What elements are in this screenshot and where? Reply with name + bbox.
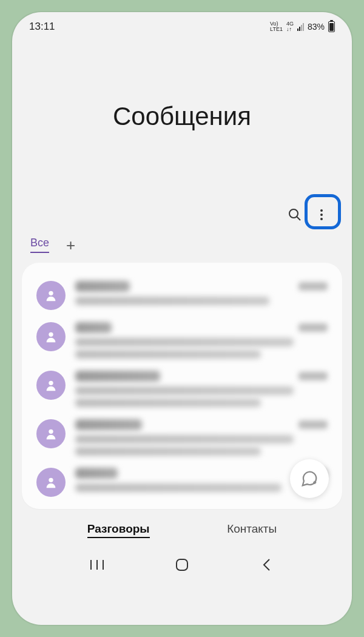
bottom-tabs: Разговоры Контакты — [12, 509, 352, 545]
svg-point-0 — [289, 209, 298, 218]
add-tab-button[interactable]: + — [66, 237, 75, 253]
conversation-row[interactable] — [28, 413, 336, 462]
tab-contacts[interactable]: Контакты — [227, 522, 277, 538]
conversation-body — [75, 419, 289, 456]
volte-indicator: Vo)LTE1 — [270, 21, 283, 32]
back-icon — [262, 558, 272, 571]
avatar — [36, 322, 66, 351]
conversation-preview-blur — [75, 386, 294, 395]
recents-button[interactable] — [87, 558, 107, 572]
battery-icon — [328, 21, 335, 32]
conversation-preview-blur — [75, 484, 281, 492]
svg-rect-15 — [177, 559, 187, 570]
svg-point-7 — [49, 381, 53, 385]
conversation-row[interactable] — [28, 316, 336, 365]
more-vertical-icon — [314, 207, 329, 222]
conversation-title-blur — [75, 468, 118, 479]
conversation-title-blur — [75, 419, 142, 430]
conversation-row[interactable] — [28, 365, 336, 413]
network-indicator: 4G↓↑ — [286, 21, 294, 32]
svg-point-3 — [320, 214, 323, 216]
search-icon — [288, 207, 302, 222]
svg-point-2 — [320, 209, 323, 212]
more-options-button[interactable] — [311, 204, 332, 226]
navigation-bar — [12, 545, 352, 587]
plus-icon: + — [66, 236, 75, 254]
conversation-title-blur — [75, 371, 160, 382]
status-bar: 13:11 Vo)LTE1 4G↓↑ 83% — [12, 12, 352, 35]
avatar — [36, 371, 66, 400]
new-message-icon — [300, 470, 318, 488]
conversation-body — [75, 468, 289, 492]
page-title: Сообщения — [24, 102, 340, 131]
svg-point-8 — [49, 430, 53, 434]
conversation-time-blur — [298, 323, 328, 332]
conversation-body — [75, 281, 289, 305]
avatar — [36, 419, 66, 448]
svg-point-4 — [320, 218, 323, 220]
conversation-preview-blur — [75, 435, 294, 443]
status-time: 13:11 — [29, 21, 55, 33]
home-button[interactable] — [172, 558, 192, 572]
avatar — [36, 281, 66, 310]
phone-frame: 13:11 Vo)LTE1 4G↓↑ 83% Сообщения — [12, 12, 352, 625]
conversation-preview-blur — [75, 338, 294, 346]
conversation-preview-blur — [75, 297, 269, 305]
conversations-card — [22, 263, 342, 509]
conversation-body — [75, 371, 289, 407]
search-button[interactable] — [284, 204, 306, 226]
filter-tabs: Все + — [12, 237, 352, 259]
conversation-title-blur — [75, 281, 130, 292]
app-header: Сообщения — [12, 35, 352, 204]
svg-point-6 — [49, 332, 53, 337]
conversation-preview-blur — [75, 447, 261, 456]
compose-button[interactable] — [290, 459, 329, 498]
conversation-preview-blur — [75, 350, 261, 359]
svg-point-5 — [49, 291, 53, 295]
conversation-body — [75, 322, 289, 359]
tab-conversations[interactable]: Разговоры — [87, 522, 150, 538]
conversation-time-blur — [298, 282, 328, 291]
signal-icon — [297, 23, 304, 31]
tab-all[interactable]: Все — [30, 237, 49, 253]
battery-percent: 83% — [308, 22, 325, 32]
home-icon — [175, 558, 189, 571]
svg-point-9 — [49, 478, 53, 482]
back-button[interactable] — [257, 558, 277, 572]
avatar — [36, 468, 66, 497]
status-right: Vo)LTE1 4G↓↑ 83% — [270, 21, 335, 32]
conversation-time-blur — [298, 372, 328, 380]
conversation-preview-blur — [75, 399, 261, 407]
recents-icon — [90, 559, 104, 570]
conversation-time-blur — [298, 420, 328, 429]
toolbar — [12, 204, 352, 237]
svg-line-1 — [297, 217, 300, 220]
conversation-row[interactable] — [28, 275, 336, 316]
conversation-title-blur — [75, 322, 112, 333]
